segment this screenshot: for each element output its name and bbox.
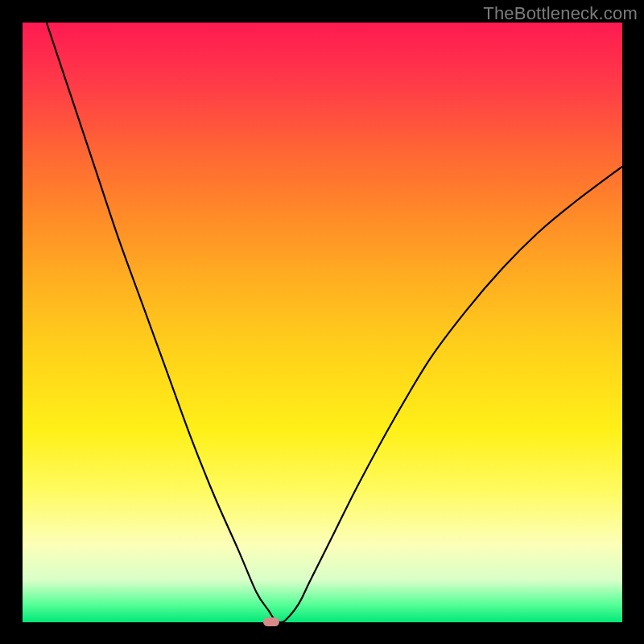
watermark-text: TheBottleneck.com [483, 3, 638, 24]
minimum-marker [263, 617, 279, 626]
bottleneck-curve [23, 23, 622, 622]
chart-plot-area [23, 23, 622, 622]
